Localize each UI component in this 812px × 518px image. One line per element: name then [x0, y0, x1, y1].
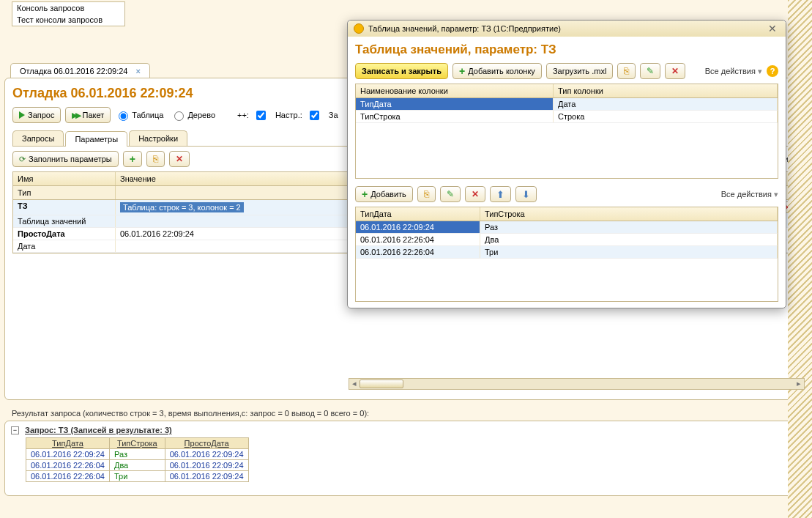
tab-queries[interactable]: Запросы — [12, 130, 64, 146]
horizontal-scrollbar[interactable]: ◂ ▸ — [349, 378, 805, 390]
refresh-icon: ⟳ — [19, 155, 26, 164]
dialog-heading: Таблица значений, параметр: ТЗ — [355, 42, 778, 57]
col-header-type[interactable]: Тип колонки — [554, 84, 778, 97]
data-cell: 06.01.2016 22:09:24 — [356, 221, 480, 233]
data-col-header[interactable]: ТипДата — [356, 207, 480, 221]
pencil-icon: ✎ — [447, 189, 454, 199]
data-row[interactable]: 06.01.2016 22:09:24 Раз — [356, 221, 778, 234]
view-table-radio[interactable]: Таблица — [115, 109, 163, 121]
edit-button[interactable]: ✎ — [640, 63, 660, 79]
result-table: ТипДата ТипСтрока ПростоДата 06.01.2016 … — [26, 437, 249, 482]
collapse-icon[interactable]: − — [11, 426, 19, 434]
result-col-header[interactable]: ТипДата — [26, 438, 110, 449]
top-nav-list: Консоль запросов Тест консоли запросов — [12, 1, 125, 26]
app-logo-icon — [354, 23, 364, 34]
run-packet-button[interactable]: ▶▶Пакет — [65, 107, 111, 123]
load-mxl-button[interactable]: Загрузить .mxl — [546, 63, 613, 79]
nastr-check[interactable] — [307, 108, 321, 122]
close-icon[interactable]: ✕ — [765, 23, 780, 34]
plus-icon: + — [362, 188, 368, 200]
result-row[interactable]: 06.01.2016 22:26:04Три06.01.2016 22:09:2… — [26, 471, 249, 482]
dialog-titlebar[interactable]: Таблица значений, параметр: ТЗ (1С:Предп… — [348, 21, 786, 37]
param-type: Таблица значений — [13, 215, 116, 227]
column-name: ТипСтрока — [356, 111, 554, 122]
result-row[interactable]: 06.01.2016 22:26:04Два06.01.2016 22:09:2… — [26, 460, 249, 471]
result-title[interactable]: Запрос: ТЗ (Записей в результате: 3) — [25, 426, 172, 434]
col-type-header[interactable]: Тип — [13, 186, 116, 199]
nastr-label: Настр.: — [275, 111, 302, 119]
data-cell: 06.01.2016 22:26:04 — [356, 234, 480, 245]
edit-button[interactable]: ✎ — [440, 186, 461, 202]
close-icon[interactable]: × — [136, 67, 141, 75]
copy-icon: ⎘ — [153, 154, 158, 164]
save-close-button[interactable]: Записать и закрыть — [355, 63, 448, 79]
dialog-window-title: Таблица значений, параметр: ТЗ (1С:Предп… — [368, 24, 561, 33]
top-nav-item[interactable]: Консоль запросов — [12, 2, 124, 14]
x-icon: ✕ — [671, 66, 679, 76]
col-name-header[interactable]: Имя — [13, 172, 116, 185]
arrow-down-icon: ⬇ — [522, 189, 530, 200]
move-down-button[interactable]: ⬇ — [515, 186, 537, 202]
delete-button[interactable]: ✕ — [465, 186, 485, 202]
copy-button[interactable]: ⎘ — [417, 186, 436, 202]
copy-icon: ⎘ — [424, 189, 429, 199]
scroll-right-icon[interactable]: ▸ — [794, 379, 804, 389]
result-row[interactable]: 06.01.2016 22:09:24Раз06.01.2016 22:09:2… — [26, 449, 249, 460]
delete-button[interactable]: ✕ — [665, 63, 685, 79]
data-col-header[interactable]: ТипСтрока — [480, 207, 778, 221]
tab-params[interactable]: Параметры — [65, 131, 127, 147]
plusplus-label: ++: — [237, 111, 249, 119]
plus-icon: + — [130, 153, 135, 165]
tab-settings[interactable]: Настройки — [129, 130, 187, 146]
param-type: Дата — [13, 240, 116, 252]
param-value: Таблица: строк = 3, колонок = 2 — [120, 202, 244, 212]
plus-icon: + — [459, 65, 465, 77]
result-col-header[interactable]: ТипСтрока — [109, 438, 165, 449]
param-name: ТЗ — [13, 200, 116, 215]
column-name: ТипДата — [356, 98, 554, 110]
column-type: Дата — [554, 98, 778, 110]
x-icon: ✕ — [176, 154, 183, 164]
add-button[interactable]: + — [123, 151, 142, 167]
play-icon — [19, 111, 25, 119]
plusplus-check[interactable] — [253, 108, 268, 122]
data-row[interactable]: 06.01.2016 22:26:04 Три — [356, 246, 778, 259]
view-tree-radio[interactable]: Дерево — [171, 109, 215, 121]
data-cell: Два — [480, 234, 778, 245]
scroll-thumb[interactable] — [360, 380, 403, 388]
dialog-toolbar-top: Записать и закрыть +Добавить колонку Заг… — [355, 63, 778, 79]
run-query-button[interactable]: Запрос — [12, 107, 61, 123]
add-row-button[interactable]: +Добавить — [355, 186, 413, 202]
all-actions-dropdown[interactable]: Все действия — [721, 190, 778, 199]
fast-forward-icon: ▶▶ — [72, 111, 79, 120]
help-icon[interactable]: ? — [767, 65, 778, 77]
value-table-dialog: Таблица значений, параметр: ТЗ (1С:Предп… — [347, 20, 786, 308]
column-row[interactable]: ТипДата Дата — [356, 98, 778, 111]
data-cell: 06.01.2016 22:26:04 — [356, 246, 480, 258]
param-name: ПростоДата — [13, 228, 116, 240]
result-panel: − Запрос: ТЗ (Записей в результате: 3) Т… — [4, 421, 808, 496]
delete-button[interactable]: ✕ — [169, 151, 190, 167]
dialog-toolbar-rows: +Добавить ⎘ ✎ ✕ ⬆ ⬇ Все действия — [355, 186, 778, 202]
move-up-button[interactable]: ⬆ — [490, 186, 511, 202]
column-row[interactable]: ТипСтрока Строка — [356, 111, 778, 123]
result-col-header[interactable]: ПростоДата — [165, 438, 248, 449]
col-header-name[interactable]: Наименование колонки — [356, 84, 554, 97]
arrow-up-icon: ⬆ — [496, 189, 504, 200]
document-tab[interactable]: Отладка 06.01.2016 22:09:24 × — [10, 63, 150, 78]
copy-button[interactable]: ⎘ — [146, 151, 165, 167]
copy-icon: ⎘ — [624, 66, 629, 76]
document-tab-label: Отладка 06.01.2016 22:09:24 — [20, 67, 127, 75]
data-grid: ТипДата ТипСтрока 06.01.2016 22:09:24 Ра… — [355, 207, 778, 302]
add-column-button[interactable]: +Добавить колонку — [452, 63, 542, 79]
result-status-line: Результат запроса (количество строк = 3,… — [12, 409, 805, 418]
scroll-left-icon[interactable]: ◂ — [349, 379, 360, 389]
copy-button[interactable]: ⎘ — [617, 63, 636, 79]
top-nav-item[interactable]: Тест консоли запросов — [12, 14, 124, 26]
fill-params-button[interactable]: ⟳Заполнить параметры — [12, 151, 119, 167]
data-cell: Три — [480, 246, 778, 258]
column-type: Строка — [554, 111, 778, 122]
all-actions-dropdown[interactable]: Все действия — [705, 67, 762, 76]
data-row[interactable]: 06.01.2016 22:26:04 Два — [356, 234, 778, 246]
za-label: За — [329, 111, 338, 119]
